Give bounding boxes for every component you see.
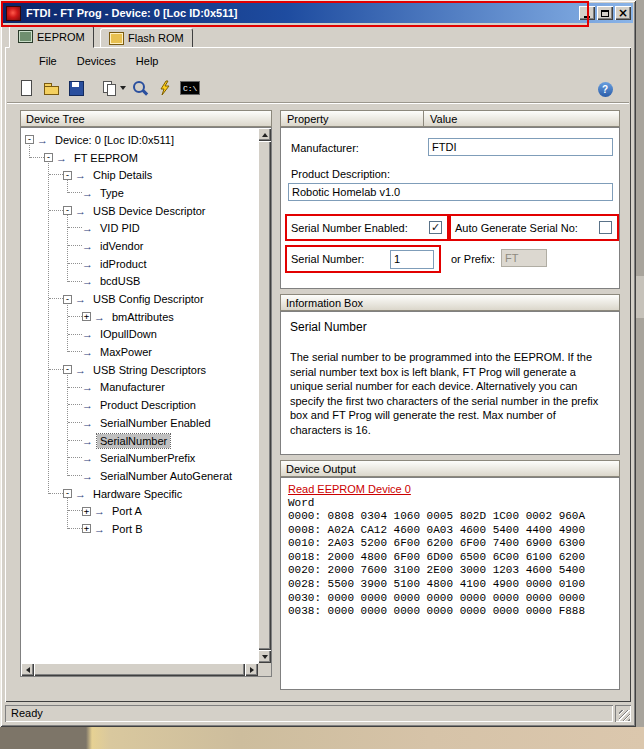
tree-horizontal-scrollbar[interactable] bbox=[21, 663, 258, 676]
menu-file[interactable]: File bbox=[29, 53, 67, 69]
tree-item-label[interactable]: SerialNumber Enabled bbox=[97, 416, 214, 430]
expand-plus-icon[interactable]: + bbox=[82, 524, 91, 533]
scan-devices-button[interactable] bbox=[129, 77, 151, 99]
close-button[interactable]: × bbox=[615, 6, 631, 20]
tree-item-iopulldown[interactable]: →IOpullDown bbox=[21, 326, 258, 344]
serial-enabled-checkbox[interactable]: ✓ bbox=[429, 221, 442, 234]
tree-vertical-scrollbar[interactable] bbox=[258, 128, 271, 663]
tree-connector-line bbox=[68, 422, 82, 424]
auto-generate-checkbox[interactable] bbox=[599, 221, 612, 234]
maximize-button[interactable] bbox=[597, 6, 613, 20]
tree-guide-line bbox=[67, 211, 69, 282]
tree-item-label[interactable]: idProduct bbox=[97, 257, 149, 271]
tree-item-label[interactable]: USB Config Descriptor bbox=[90, 292, 207, 306]
scroll-right-button[interactable] bbox=[245, 663, 258, 676]
tree-item-idvendor[interactable]: →idVendor bbox=[21, 237, 258, 255]
tree-item-label[interactable]: Chip Details bbox=[90, 168, 155, 182]
tree-item-label[interactable]: Port A bbox=[109, 504, 145, 518]
tree-item-label[interactable]: Port B bbox=[109, 522, 146, 536]
collapse-minus-icon[interactable]: - bbox=[25, 135, 34, 144]
save-button[interactable] bbox=[65, 77, 87, 99]
tree-connector-line bbox=[68, 351, 82, 353]
tree-item-label[interactable]: VID PID bbox=[97, 221, 143, 235]
tree-item-maxpower[interactable]: →MaxPower bbox=[21, 343, 258, 361]
tree-item-usb-config-descriptor[interactable]: -→USB Config Descriptor bbox=[21, 290, 258, 308]
tree-item-bmattributes[interactable]: +→bmAttributes bbox=[21, 308, 258, 326]
tree-item-label[interactable]: Product Description bbox=[97, 398, 199, 412]
tree-item-chip-details[interactable]: -→Chip Details bbox=[21, 166, 258, 184]
tree-item-product-description[interactable]: →Product Description bbox=[21, 396, 258, 414]
tree-item-label[interactable]: Hardware Specific bbox=[90, 487, 185, 501]
tree-item-label[interactable]: MaxPower bbox=[97, 345, 155, 359]
tree-guide-line bbox=[67, 370, 69, 476]
scroll-left-button[interactable] bbox=[21, 663, 34, 676]
tree-item-hardware-specific[interactable]: -→Hardware Specific bbox=[21, 485, 258, 503]
collapse-minus-icon[interactable]: - bbox=[63, 295, 72, 304]
tree-item-manufacturer[interactable]: →Manufacturer bbox=[21, 379, 258, 397]
hex-line: 0030: 0000 0000 0000 0000 0000 0000 0000… bbox=[288, 592, 612, 606]
tree-item-label[interactable]: bmAttributes bbox=[109, 310, 177, 324]
tree-item-serialnumber-autogenerat[interactable]: →SerialNumber AutoGenerat bbox=[21, 467, 258, 485]
collapse-minus-icon[interactable]: - bbox=[44, 153, 53, 162]
tree-item-port-a[interactable]: +→Port A bbox=[21, 502, 258, 520]
tree-item-serialnumber-enabled[interactable]: →SerialNumber Enabled bbox=[21, 414, 258, 432]
tree-item-label[interactable]: SerialNumber AutoGenerat bbox=[97, 469, 235, 483]
tree-item-idproduct[interactable]: →idProduct bbox=[21, 255, 258, 273]
resize-grip[interactable] bbox=[615, 705, 631, 722]
tree-item-label[interactable]: Type bbox=[97, 186, 127, 200]
tree-item-type[interactable]: →Type bbox=[21, 184, 258, 202]
tree-item-label[interactable]: bcdUSB bbox=[97, 274, 143, 288]
tree-node-arrow-icon: → bbox=[82, 470, 93, 482]
help-button[interactable]: ? bbox=[594, 78, 616, 100]
tree-node-arrow-icon: → bbox=[94, 311, 105, 323]
tree-item-label[interactable]: FT EEPROM bbox=[71, 151, 141, 165]
tree-item-label[interactable]: Manufacturer bbox=[97, 380, 168, 394]
scroll-up-button[interactable] bbox=[258, 128, 271, 141]
console-button[interactable]: C:\ bbox=[179, 77, 201, 99]
collapse-minus-icon[interactable]: - bbox=[63, 365, 72, 374]
tree-item-ft-eeprom[interactable]: -→FT EEPROM bbox=[21, 149, 258, 167]
tree-item-label[interactable]: USB String Descriptors bbox=[90, 363, 209, 377]
tree-item-bcdusb[interactable]: →bcdUSB bbox=[21, 273, 258, 291]
new-file-button[interactable] bbox=[15, 77, 37, 99]
tree-item-label[interactable]: idVendor bbox=[97, 239, 146, 253]
expand-plus-icon[interactable]: + bbox=[82, 312, 91, 321]
minimize-button[interactable] bbox=[579, 6, 595, 20]
menu-devices[interactable]: Devices bbox=[67, 53, 126, 69]
tab-flash-rom[interactable]: Flash ROM bbox=[100, 28, 193, 48]
tree-item-serialnumber[interactable]: →SerialNumber bbox=[21, 432, 258, 450]
collapse-minus-icon[interactable]: - bbox=[63, 489, 72, 498]
tree-item-device-0-loc-id-0x511-[interactable]: -→Device: 0 [Loc ID:0x511] bbox=[21, 131, 258, 149]
tree-node-arrow-icon: → bbox=[75, 169, 86, 181]
tree-item-port-b[interactable]: +→Port B bbox=[21, 520, 258, 538]
scroll-down-button[interactable] bbox=[258, 650, 271, 663]
read-eeprom-link[interactable]: Read EEPROM Device 0 bbox=[288, 483, 411, 495]
menu-help[interactable]: Help bbox=[126, 53, 169, 69]
tree-item-label[interactable]: USB Device Descriptor bbox=[90, 204, 208, 218]
vertical-scroll-thumb[interactable] bbox=[258, 141, 271, 650]
serial-number-input[interactable] bbox=[390, 250, 434, 269]
tree-item-label[interactable]: SerialNumber bbox=[97, 434, 170, 448]
manufacturer-input[interactable] bbox=[428, 138, 613, 156]
tree-item-vid-pid[interactable]: →VID PID bbox=[21, 219, 258, 237]
open-file-button[interactable] bbox=[40, 77, 62, 99]
copy-dropdown-button[interactable] bbox=[100, 77, 126, 99]
tree-item-usb-device-descriptor[interactable]: -→USB Device Descriptor bbox=[21, 202, 258, 220]
collapse-minus-icon[interactable]: - bbox=[63, 206, 72, 215]
tree-item-label[interactable]: IOpullDown bbox=[97, 327, 160, 341]
tree-item-label[interactable]: SerialNumberPrefix bbox=[97, 451, 198, 465]
product-description-input[interactable] bbox=[288, 183, 613, 201]
horizontal-scroll-thumb[interactable] bbox=[34, 663, 245, 676]
program-devices-button[interactable] bbox=[154, 77, 176, 99]
tree-item-serialnumberprefix[interactable]: →SerialNumberPrefix bbox=[21, 449, 258, 467]
tree-connector-line bbox=[68, 192, 82, 194]
menu-bar: File Devices Help bbox=[7, 51, 629, 71]
collapse-minus-icon[interactable]: - bbox=[63, 171, 72, 180]
tree-item-label[interactable]: Device: 0 [Loc ID:0x511] bbox=[52, 133, 177, 147]
tab-eeprom[interactable]: EEPROM bbox=[9, 25, 94, 48]
tree-node-arrow-icon: → bbox=[94, 505, 105, 517]
tree-item-usb-string-descriptors[interactable]: -→USB String Descriptors bbox=[21, 361, 258, 379]
triangle-up-icon bbox=[262, 133, 268, 137]
expand-plus-icon[interactable]: + bbox=[82, 507, 91, 516]
status-bar: Ready bbox=[3, 703, 633, 724]
